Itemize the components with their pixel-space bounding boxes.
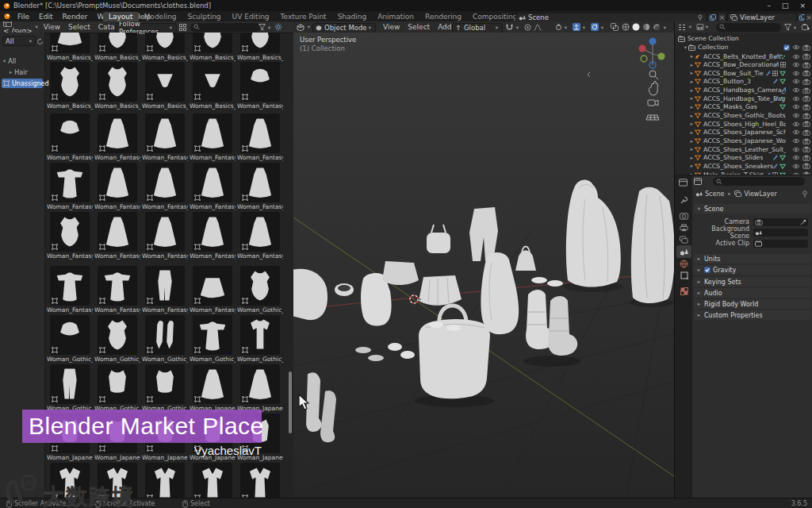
blender-menu-icon[interactable]: [3, 13, 11, 20]
hide-viewport-eye-icon[interactable]: [792, 62, 800, 67]
shading-solid-icon[interactable]: [632, 23, 640, 31]
asset-thumb[interactable]: Woman_Fantasy_...: [141, 266, 189, 314]
collection-camera-icon[interactable]: [802, 44, 810, 51]
hide-viewport-eye-icon[interactable]: [792, 129, 800, 135]
asset-thumb[interactable]: Woman_Gothic_L...: [141, 315, 189, 363]
catalog-expander[interactable]: ▾: [3, 58, 6, 64]
item-expander[interactable]: ▸: [689, 155, 695, 161]
outliner-editor-icon[interactable]: [678, 24, 686, 31]
asset-thumb[interactable]: Woman_Japanese...: [236, 364, 284, 412]
scene-panel-header[interactable]: ▾Scene: [694, 204, 811, 214]
hide-viewport-eye-icon[interactable]: [792, 104, 800, 110]
asset-thumb[interactable]: Woman_Basics_S...: [189, 33, 236, 61]
xray-toggle-icon[interactable]: [611, 23, 619, 31]
asset-thumb[interactable]: Woman_Fantasy_...: [94, 212, 141, 260]
outliner-item[interactable]: ▸ACCS_Shoes_Sneakers: [675, 162, 812, 171]
asset-thumb[interactable]: [189, 463, 236, 498]
asset-source-dropdown[interactable]: All ▾: [2, 36, 36, 46]
asset-menu-view[interactable]: View: [40, 23, 64, 31]
outliner-item[interactable]: ▸ACCS_Shoes_Japanese_Wooden_Sar: [675, 137, 812, 145]
collection-eye-icon[interactable]: [792, 44, 800, 50]
asset-thumb[interactable]: Woman_Basics_U...: [141, 62, 189, 110]
outliner-item[interactable]: ▸ACCS_Shoes_Leather_Suit_Shoes: [675, 145, 812, 154]
asset-thumb[interactable]: Woman_Basics_U...: [189, 62, 236, 110]
asset-thumb[interactable]: Woman_Fantasy_...: [189, 114, 236, 161]
outliner-scene-collection[interactable]: Scene Collection: [675, 34, 812, 43]
item-expander[interactable]: ▸: [689, 53, 695, 60]
section-expander[interactable]: ▸: [696, 267, 702, 273]
asset-settings-gear-icon[interactable]: [274, 23, 282, 31]
asset-menu-select[interactable]: Select: [64, 23, 94, 31]
properties-tab-scene[interactable]: [676, 245, 691, 258]
shading-rendered-icon[interactable]: [653, 23, 661, 31]
asset-thumb[interactable]: Woman_Gothic_L...: [189, 315, 236, 363]
outliner-item[interactable]: ▸ACCS_Handbags_Tote_Bag: [675, 94, 812, 103]
section-expander[interactable]: ▸: [696, 290, 702, 296]
disable-render-camera-icon[interactable]: [802, 163, 810, 169]
workspace-tab-modeling[interactable]: Modeling: [139, 12, 182, 21]
section-units[interactable]: ▸Units: [694, 254, 811, 264]
item-expander[interactable]: ▸: [689, 129, 695, 136]
disable-render-camera-icon[interactable]: [802, 53, 810, 60]
import-method-dropdown[interactable]: Follow Preferences ▾: [115, 23, 177, 33]
asset-thumb[interactable]: Woman_Fantasy_...: [46, 114, 94, 161]
asset-thumb[interactable]: Woman_Gothic_C...: [236, 266, 284, 314]
asset-thumb[interactable]: Woman_Fantasy_...: [189, 212, 236, 260]
outliner-item[interactable]: ▸ACCS_Belts_Knotted_Belt: [675, 52, 812, 61]
asset-thumb[interactable]: Woman_Fantasy_...: [94, 114, 141, 161]
hide-viewport-eye-icon[interactable]: [792, 113, 800, 118]
workspace-tab-uv-editing[interactable]: UV Editing: [227, 12, 275, 21]
item-expander[interactable]: ▸: [689, 163, 695, 169]
workspace-tab-layout[interactable]: Layout: [103, 12, 139, 21]
breadcrumb-viewlayer[interactable]: ViewLayer: [744, 190, 776, 198]
snap-magnet-icon[interactable]: [506, 24, 513, 31]
workspace-tab-texture-paint[interactable]: Texture Paint: [275, 12, 332, 21]
section-custom-properties[interactable]: ▸Custom Properties: [694, 310, 811, 320]
properties-editor-type-icon[interactable]: [679, 179, 688, 187]
section-expander[interactable]: ▸: [696, 312, 702, 318]
asset-thumb[interactable]: Woman_Gothic_L...: [236, 315, 284, 363]
asset-thumb[interactable]: Woman_Fantasy_...: [236, 212, 284, 260]
asset-thumb[interactable]: Woman_Basics_S...: [46, 62, 94, 110]
menu-edit[interactable]: Edit: [34, 13, 57, 21]
outliner-item[interactable]: ▸ACCS_Bow_Suit_Tie: [675, 69, 812, 78]
active-clip-field[interactable]: [753, 240, 808, 248]
catalog-item-hair[interactable]: ▸Hair: [10, 67, 51, 77]
asset-thumb[interactable]: Woman_Fantasy_...: [189, 163, 236, 210]
disable-render-camera-icon[interactable]: [802, 104, 810, 110]
mode-dropdown[interactable]: Object Mode ▾: [312, 23, 376, 33]
properties-pin-icon[interactable]: [802, 190, 808, 198]
asset-thumb[interactable]: Woman_Gothic_S...: [141, 364, 189, 412]
section-gravity[interactable]: ▸Gravity: [694, 265, 811, 275]
hide-viewport-eye-icon[interactable]: [792, 96, 800, 102]
asset-thumb[interactable]: Woman_Fantasy_...: [141, 212, 189, 260]
breadcrumb-scene[interactable]: Scene: [705, 190, 724, 198]
disable-render-camera-icon[interactable]: [802, 155, 810, 161]
maximize-button[interactable]: □: [782, 2, 789, 10]
workspace-tab-sculpting[interactable]: Sculpting: [182, 12, 227, 21]
show-gizmo-dropdown-icon[interactable]: [555, 24, 562, 31]
overlays-toggle-icon[interactable]: [591, 23, 599, 31]
disable-render-camera-icon[interactable]: [802, 129, 810, 136]
outliner-filter-icon[interactable]: [784, 24, 791, 31]
asset-thumb[interactable]: Woman_Fantasy_...: [236, 62, 284, 110]
asset-thumb[interactable]: Woman_Basics_S...: [141, 33, 189, 61]
properties-tab-object[interactable]: [676, 269, 691, 282]
item-expander[interactable]: ▸: [689, 79, 695, 85]
workspace-tab-shading[interactable]: Shading: [332, 12, 373, 21]
viewport-canvas[interactable]: [293, 33, 674, 498]
catalog-item-unassigned[interactable]: Unassigned: [2, 79, 43, 88]
asset-thumb[interactable]: Woman_Basics_S...: [94, 62, 141, 110]
item-expander[interactable]: ▸: [689, 104, 695, 110]
asset-thumb[interactable]: [236, 463, 284, 498]
item-expander[interactable]: ▸: [689, 146, 695, 152]
outliner-item[interactable]: ▸ACCS_Shoes_Gothic_Boots_Mid: [675, 111, 812, 120]
asset-thumb[interactable]: Woman_Basics_S...: [46, 33, 94, 61]
properties-search-input[interactable]: [713, 177, 805, 186]
disable-render-camera-icon[interactable]: [802, 95, 810, 102]
properties-editor-icon[interactable]: [694, 178, 702, 185]
asset-thumb[interactable]: Woman_Basics_S...: [236, 33, 284, 61]
hide-viewport-eye-icon[interactable]: [792, 79, 800, 84]
asset-thumb[interactable]: Woman_Fantasy_...: [141, 114, 189, 161]
falloff-icon[interactable]: [534, 24, 542, 31]
